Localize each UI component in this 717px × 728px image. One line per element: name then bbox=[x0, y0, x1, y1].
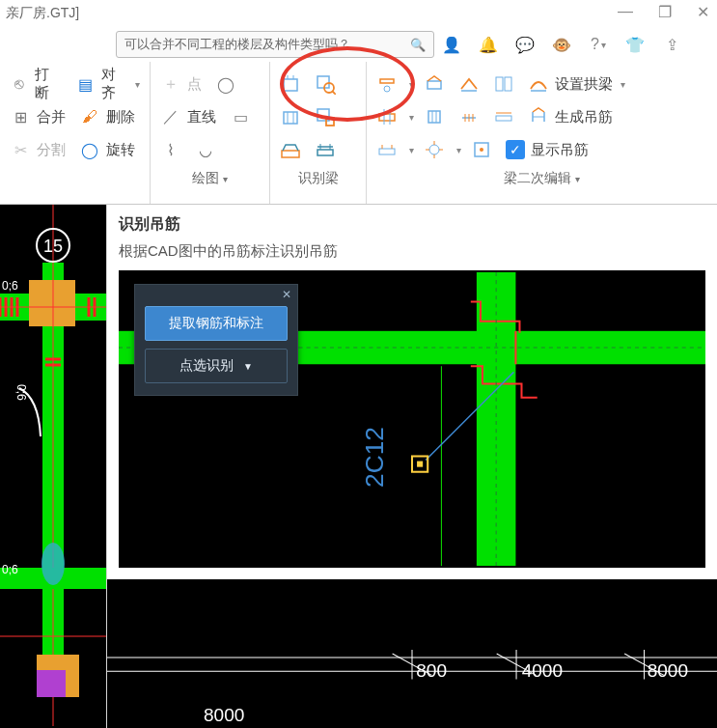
align-label: 对齐 bbox=[101, 66, 127, 102]
chat-icon[interactable]: 💬 bbox=[515, 35, 535, 54]
svg-rect-1 bbox=[317, 76, 329, 88]
dim-8000b: 8000 bbox=[204, 705, 244, 726]
user-icon[interactable]: 👤 bbox=[442, 35, 461, 54]
restore-button[interactable]: ❐ bbox=[658, 3, 672, 21]
left-cad-strip[interactable]: 15 0;6 0;6 0;6 bbox=[0, 205, 106, 728]
split-button[interactable]: ✂ 分割 bbox=[6, 137, 69, 162]
svg-line-3 bbox=[332, 91, 336, 95]
be-tool-10[interactable] bbox=[420, 135, 449, 164]
arc-tool-button[interactable]: ◡ bbox=[191, 135, 220, 164]
left-cad-svg: 15 0;6 0;6 0;6 bbox=[0, 205, 106, 728]
group-draw-label[interactable]: 绘图▾ bbox=[156, 166, 263, 193]
split-icon: ✂ bbox=[10, 139, 31, 160]
polyline-tool-button[interactable]: ⌇ bbox=[156, 135, 185, 164]
help-icon[interactable]: ?▾ bbox=[589, 35, 608, 54]
break-label: 打断 bbox=[35, 66, 62, 102]
rb-tool-3[interactable] bbox=[276, 102, 305, 131]
be-tool-4[interactable] bbox=[489, 70, 518, 98]
bell-icon[interactable]: 🔔 bbox=[479, 35, 498, 54]
be-tool-7[interactable] bbox=[455, 102, 483, 131]
group-recognize-label: 识别梁 bbox=[276, 166, 360, 193]
show-stirrup-label: 显示吊筋 bbox=[531, 141, 589, 159]
rotate-icon: ◯ bbox=[79, 139, 100, 160]
filename-suffix: 亲厂房.GTJ] bbox=[6, 5, 79, 22]
svg-rect-22 bbox=[496, 116, 511, 121]
svg-rect-13 bbox=[427, 81, 441, 89]
line-button[interactable]: ／ 直线 bbox=[156, 104, 220, 129]
arch-icon bbox=[528, 73, 549, 95]
svg-rect-6 bbox=[326, 118, 334, 126]
gen-stirrup-icon bbox=[528, 106, 549, 127]
shirt-icon[interactable]: 👕 bbox=[625, 35, 645, 54]
show-stirrup-button[interactable]: ✓ 显示吊筋 bbox=[502, 138, 593, 161]
point-recognize-button[interactable]: 点选识别 ▼ bbox=[145, 349, 288, 383]
circle-tool-button[interactable]: ◯ bbox=[211, 70, 240, 98]
be-tool-3[interactable] bbox=[455, 70, 483, 98]
svg-rect-15 bbox=[496, 77, 503, 91]
rb-tool-1[interactable] bbox=[276, 70, 305, 98]
svg-point-12 bbox=[384, 86, 390, 92]
gen-stirrup-button[interactable]: 生成吊筋 bbox=[524, 104, 617, 129]
svg-rect-67 bbox=[417, 462, 423, 467]
tooltip-panel: 识别吊筋 根据CAD图中的吊筋标注识别吊筋 bbox=[106, 205, 717, 728]
extract-rebar-button[interactable]: 提取钢筋和标注 bbox=[145, 306, 288, 341]
be-tool-8[interactable] bbox=[489, 102, 518, 131]
align-icon: ▤ bbox=[75, 73, 95, 95]
svg-rect-53 bbox=[37, 670, 66, 697]
delete-button[interactable]: 🖌 删除 bbox=[75, 104, 139, 129]
break-button[interactable]: ⎋ 打断 bbox=[6, 64, 66, 104]
rb-tool-4[interactable] bbox=[311, 102, 340, 131]
svg-text:0;6: 0;6 bbox=[2, 279, 18, 293]
pet-icon[interactable]: 🐵 bbox=[552, 35, 571, 54]
line-icon: ／ bbox=[160, 106, 181, 127]
group-modify-label bbox=[6, 166, 144, 191]
svg-rect-21 bbox=[428, 111, 440, 123]
svg-text:15: 15 bbox=[43, 237, 63, 256]
tooltip-cad-preview: 2C12 ✕ 提取钢筋和标注 点选识别 ▼ bbox=[119, 270, 705, 568]
svg-rect-5 bbox=[317, 109, 329, 121]
ribbon-group-draw: ＋ 点 ◯ ／ 直线 ▭ ⌇ ◡ 绘图▾ bbox=[151, 62, 270, 204]
search-input[interactable]: 可以合并不同工程的楼层及构件类型吗？ 🔍 bbox=[116, 31, 434, 58]
export-icon[interactable]: ⇪ bbox=[662, 35, 681, 54]
window-controls: ― ❐ ✕ bbox=[618, 3, 709, 21]
ribbon-group-modify: ⎋ 打断 ▤ 对齐▾ ⊞ 合并 🖌 删除 ✂ 分割 ◯ bbox=[0, 62, 151, 204]
rotate-button[interactable]: ◯ 旋转 bbox=[75, 137, 139, 162]
group-beam-edit-label[interactable]: 梁二次编辑▾ bbox=[372, 166, 711, 193]
float-close-icon[interactable]: ✕ bbox=[282, 288, 291, 301]
svg-rect-25 bbox=[379, 149, 395, 154]
bottom-cad-strip[interactable]: 800 4000 8000 8000 bbox=[107, 579, 717, 728]
be-tool-2[interactable] bbox=[420, 70, 449, 98]
be-tool-11[interactable] bbox=[467, 135, 496, 164]
close-window-button[interactable]: ✕ bbox=[697, 3, 709, 21]
break-icon: ⎋ bbox=[10, 73, 29, 95]
ribbon: ⎋ 打断 ▤ 对齐▾ ⊞ 合并 🖌 删除 ✂ 分割 ◯ bbox=[0, 62, 717, 205]
point-recognize-label: 点选识别 bbox=[179, 357, 234, 375]
point-button[interactable]: ＋ 点 bbox=[156, 71, 206, 97]
search-row: 可以合并不同工程的楼层及构件类型吗？ 🔍 👤 🔔 💬 🐵 ?▾ 👕 ⇪ bbox=[0, 27, 717, 62]
point-label: 点 bbox=[187, 75, 202, 94]
be-tool-5[interactable] bbox=[372, 102, 401, 131]
title-bar: 亲厂房.GTJ] ― ❐ ✕ bbox=[0, 0, 717, 27]
rb-tool-6[interactable] bbox=[311, 135, 340, 164]
align-button[interactable]: ▤ 对齐▾ bbox=[71, 64, 144, 104]
preview-float-window[interactable]: ✕ 提取钢筋和标注 点选识别 ▼ bbox=[134, 284, 298, 396]
ribbon-group-beam-edit: ▾ 设置拱梁▾ ▾ 生成吊筋 ▾ ▾ bbox=[367, 62, 717, 204]
svg-rect-0 bbox=[284, 79, 297, 91]
be-tool-9[interactable] bbox=[372, 135, 401, 164]
split-label: 分割 bbox=[37, 141, 66, 159]
svg-rect-8 bbox=[317, 150, 333, 155]
tooltip-description: 根据CAD图中的吊筋标注识别吊筋 bbox=[107, 237, 717, 270]
gen-stirrup-label: 生成吊筋 bbox=[555, 108, 613, 126]
rb-tool-2[interactable] bbox=[311, 70, 340, 98]
be-tool-1[interactable] bbox=[372, 70, 401, 98]
svg-rect-18 bbox=[379, 114, 395, 121]
merge-button[interactable]: ⊞ 合并 bbox=[6, 104, 69, 129]
be-tool-6[interactable] bbox=[420, 102, 449, 131]
set-arch-button[interactable]: 设置拱梁▾ bbox=[524, 71, 629, 97]
rb-tool-5[interactable] bbox=[276, 135, 305, 164]
delete-icon: 🖌 bbox=[79, 106, 100, 127]
show-stirrup-checkbox[interactable]: ✓ bbox=[506, 140, 525, 159]
rect-tool-button[interactable]: ▭ bbox=[226, 102, 255, 131]
minimize-button[interactable]: ― bbox=[618, 3, 633, 21]
svg-rect-37 bbox=[29, 280, 75, 326]
